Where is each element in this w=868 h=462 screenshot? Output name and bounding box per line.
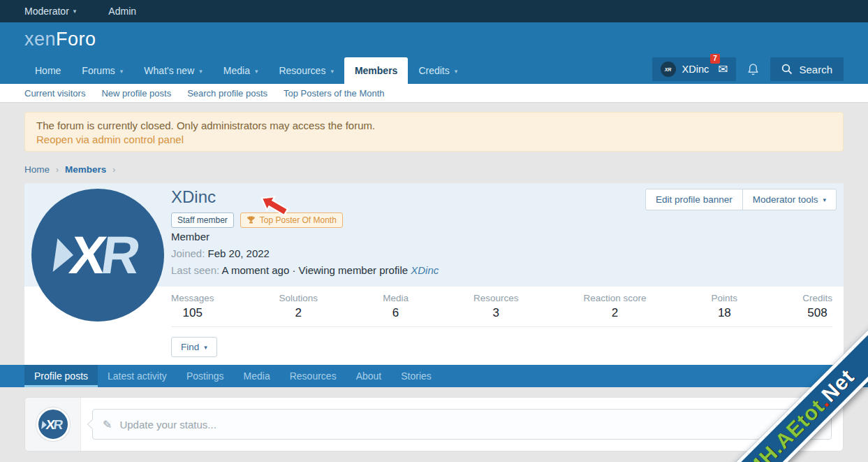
joined-row: Joined: Feb 20, 2022 [171, 247, 270, 259]
joined-value: Feb 20, 2022 [208, 247, 270, 259]
chevron-right-icon: › [112, 165, 115, 175]
chevron-down-icon: ▾ [120, 68, 124, 75]
nav-label: Credits [418, 65, 449, 76]
nav-item-members[interactable]: Members [344, 57, 408, 84]
stat-label: Points [712, 293, 738, 303]
tab-resources[interactable]: Resources [280, 365, 346, 387]
subnav-search-profile-posts[interactable]: Search profile posts [187, 88, 267, 99]
admin-link[interactable]: Admin [108, 6, 136, 17]
profile-actions: Edit profile banner Moderator tools ▾ [645, 189, 837, 210]
subnav-current-visitors[interactable]: Current visitors [24, 88, 85, 99]
tab-media[interactable]: Media [234, 365, 280, 387]
stat-label: Messages [171, 293, 214, 303]
status-main: ✎ Update your status... [81, 398, 843, 451]
nav-item-whats-new[interactable]: What's new ▾ [133, 57, 212, 84]
stat-value: 18 [712, 306, 738, 320]
breadcrumb-members[interactable]: Members [65, 164, 106, 175]
stat-label: Credits [802, 293, 832, 303]
chevron-down-icon: ▾ [255, 68, 258, 75]
moderator-tools-button[interactable]: Moderator tools ▾ [742, 189, 836, 210]
nav-label: What's new [144, 65, 194, 76]
nav-item-resources[interactable]: Resources ▾ [268, 57, 344, 84]
staff-badge-label: Staff member [177, 215, 228, 225]
nav-label: Media [223, 65, 250, 76]
stat-value: 105 [171, 306, 214, 320]
stat-value: 6 [383, 306, 409, 320]
chevron-down-icon: ▾ [455, 68, 458, 75]
staff-member-badge[interactable]: Staff member [171, 212, 234, 228]
profile-stats: Messages 105 Solutions 2 Media 6 Resourc… [171, 287, 832, 327]
avatar[interactable]: XR [36, 407, 70, 441]
logo-xen: xen [24, 29, 56, 50]
status-avatar-column: XR [25, 398, 81, 451]
tab-postings[interactable]: Postings [177, 365, 234, 387]
avatar: XR [661, 62, 676, 77]
breadcrumb-home[interactable]: Home [24, 164, 50, 175]
nav-label: Resources [279, 65, 325, 76]
find-button-label: Find [181, 342, 199, 352]
tab-stories[interactable]: Stories [391, 365, 441, 387]
tab-profile-posts[interactable]: Profile posts [24, 365, 98, 387]
moderator-tools-label: Moderator tools [753, 194, 818, 205]
notice-message: The forum is currently closed. Only admi… [36, 119, 832, 133]
pencil-icon: ✎ [103, 418, 112, 431]
moderator-menu[interactable]: Moderator ▾ [24, 6, 76, 17]
profile-tabs: Profile posts Latest activity Postings M… [0, 365, 868, 387]
search-button[interactable]: Search [770, 57, 844, 81]
chevron-down-icon: ▾ [823, 196, 826, 203]
stat-value: 2 [584, 306, 647, 320]
chevron-down-icon: ▾ [204, 344, 207, 351]
last-seen-profile-link[interactable]: XDinc [411, 264, 439, 276]
nav-item-media[interactable]: Media ▾ [213, 57, 269, 84]
sub-nav: Current visitors New profile posts Searc… [0, 84, 868, 103]
chevron-down-icon: ▾ [199, 68, 203, 75]
header: xenForo Home Forums ▾ What's new ▾ Media… [0, 22, 868, 84]
nav-item-home[interactable]: Home [24, 57, 71, 84]
chevron-down-icon: ▾ [330, 68, 334, 75]
stat-label: Reaction score [584, 293, 647, 303]
bubble-pointer [87, 419, 97, 429]
reopen-admin-link[interactable]: Reopen via admin control panel [36, 133, 832, 147]
stat-reaction-score[interactable]: Reaction score 2 [584, 293, 647, 326]
stat-value: 508 [802, 306, 832, 320]
chevron-right-icon: › [56, 165, 59, 175]
subnav-new-profile-posts[interactable]: New profile posts [101, 88, 171, 99]
tab-about[interactable]: About [346, 365, 392, 387]
find-button[interactable]: Find ▾ [171, 337, 217, 357]
xr-logo: XR [41, 418, 64, 431]
inbox-button[interactable]: 7 ✉ [718, 62, 728, 77]
annotation-arrow-icon [256, 192, 293, 222]
nav-item-forums[interactable]: Forums ▾ [71, 57, 133, 84]
tab-latest-activity[interactable]: Latest activity [98, 365, 177, 387]
stat-credits[interactable]: Credits 508 [802, 293, 832, 326]
stat-solutions[interactable]: Solutions 2 [279, 293, 318, 326]
stat-label: Resources [473, 293, 519, 303]
header-controls: XR XDinc 7 ✉ Search [652, 57, 844, 81]
site-logo[interactable]: xenForo [24, 29, 96, 50]
breadcrumb: Home › Members › [24, 164, 115, 175]
profile-card: XR XDinc Staff member Top Poster Of Mont… [24, 183, 844, 365]
chevron-down-icon: ▾ [73, 8, 77, 15]
stat-messages[interactable]: Messages 105 [171, 293, 214, 326]
stat-points[interactable]: Points 18 [712, 293, 738, 326]
notifications-button[interactable] [744, 63, 762, 76]
account-menu[interactable]: XR XDinc 7 ✉ [652, 57, 737, 81]
logo-foro: Foro [56, 29, 96, 50]
stat-label: Media [383, 293, 409, 303]
stat-value: 2 [279, 306, 318, 320]
last-seen-value: A moment ago · Viewing member profile [222, 264, 409, 276]
xr-logo: XR [52, 229, 144, 282]
forum-closed-notice: The forum is currently closed. Only admi… [24, 112, 844, 152]
status-placeholder: Update your status... [119, 419, 216, 431]
edit-profile-banner-button[interactable]: Edit profile banner [646, 189, 742, 210]
last-seen-row: Last seen: A moment ago · Viewing member… [171, 264, 439, 276]
trophy-icon [247, 216, 256, 224]
envelope-icon: ✉ [718, 62, 728, 77]
stat-media[interactable]: Media 6 [383, 293, 409, 326]
status-input[interactable]: ✎ Update your status... [92, 409, 832, 440]
profile-avatar[interactable]: XR [31, 189, 164, 322]
nav-label: Home [35, 65, 61, 76]
subnav-top-posters[interactable]: Top Posters of the Month [284, 88, 385, 99]
nav-item-credits[interactable]: Credits ▾ [408, 57, 468, 84]
stat-resources[interactable]: Resources 3 [473, 293, 519, 326]
